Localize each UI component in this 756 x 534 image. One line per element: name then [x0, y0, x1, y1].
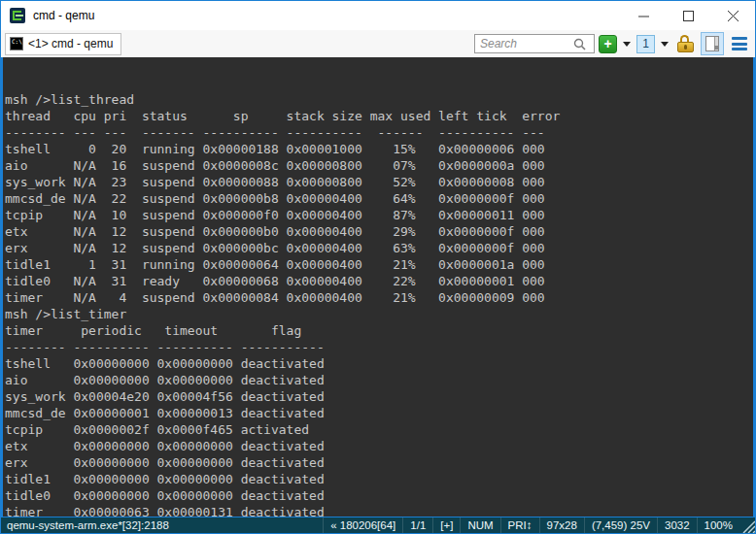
terminal-line: -------- --- --- ------- ---------- ----…: [5, 124, 753, 141]
tab-cmd-qemu[interactable]: C:\ <1> cmd - qemu: [5, 33, 121, 55]
close-icon: [728, 11, 739, 21]
status-segments: « 180206[64]1/1[+]NUMPRI↕97x28(7,459) 25…: [323, 517, 739, 533]
panel-icon: [705, 36, 719, 51]
terminal-line: tidle1 0x00000000 0x00000000 deactivated: [5, 471, 753, 487]
panel-toggle-button[interactable]: [701, 32, 724, 55]
search-input[interactable]: [480, 37, 573, 50]
status-segment[interactable]: NUM: [460, 517, 499, 533]
tab-label: <1> cmd - qemu: [28, 37, 113, 50]
terminal-line: tshell 0 20 running 0x00000188 0x0000100…: [5, 141, 753, 157]
terminal-line: aio N/A 16 suspend 0x0000008c 0x00000800…: [5, 157, 753, 174]
terminal-line: timer periodic timeout flag: [5, 322, 753, 339]
terminal-line: erx 0x00000000 0x00000000 deactivated: [5, 454, 753, 471]
terminal-line: timer N/A 4 suspend 0x00000084 0x0000040…: [5, 289, 753, 306]
status-segment[interactable]: 100%: [697, 517, 739, 533]
cmd-prompt-icon: C:\: [10, 37, 23, 50]
terminal-line: etx N/A 12 suspend 0x000000b0 0x00000400…: [5, 223, 753, 240]
search-box: [474, 34, 595, 53]
minimize-icon: [638, 11, 649, 21]
status-segment[interactable]: 3032: [657, 517, 697, 533]
terminal-line: -------- ---------- ---------- ---------…: [5, 339, 753, 355]
maximize-button[interactable]: [666, 1, 710, 30]
console-number-button[interactable]: 1: [636, 35, 655, 53]
terminal-line: tcpip N/A 10 suspend 0x000000f0 0x000004…: [5, 207, 753, 223]
terminal-line: tshell 0x00000000 0x00000000 deactivated: [5, 355, 753, 372]
close-button[interactable]: [710, 1, 755, 30]
active-process-label: qemu-system-arm.exe*[32]:2188: [1, 519, 169, 531]
terminal-line: thread cpu pri status sp stack size max …: [5, 108, 753, 124]
terminal-line: tcpip 0x0000002f 0x0000f465 activated: [5, 421, 753, 438]
title-bar: cmd - qemu: [1, 1, 755, 30]
conemu-app-icon: [10, 8, 25, 23]
terminal-lines: msh />list_threadthread cpu pri status s…: [5, 91, 753, 517]
terminal-line: erx N/A 12 suspend 0x000000bc 0x00000400…: [5, 240, 753, 256]
status-segment[interactable]: [+]: [432, 517, 460, 533]
window-title: cmd - qemu: [33, 9, 94, 22]
terminal-line: msh />list_timer: [5, 306, 753, 322]
status-segment[interactable]: « 180206[64]: [323, 517, 402, 533]
panel-icon-knob: [714, 46, 718, 50]
terminal-line: sys_work N/A 23 suspend 0x00000088 0x000…: [5, 174, 753, 190]
tab-bar: C:\ <1> cmd - qemu + 1: [1, 30, 755, 57]
status-bar: qemu-system-arm.exe*[32]:2188 « 180206[6…: [1, 517, 755, 533]
conemu-window: cmd - qemu C:\ <1> cmd: [0, 0, 756, 534]
new-console-dropdown-caret[interactable]: [623, 42, 631, 47]
tabbar-toolbar: + 1: [474, 32, 755, 55]
status-segment[interactable]: 1/1: [402, 517, 432, 533]
terminal-line: msh />list_thread: [5, 91, 753, 108]
menu-hamburger-icon[interactable]: [732, 37, 747, 50]
terminal-line: tidle0 0x00000000 0x00000000 deactivated: [5, 487, 753, 504]
terminal-line: mmcsd_de N/A 22 suspend 0x000000b8 0x000…: [5, 190, 753, 207]
maximize-icon: [683, 11, 694, 21]
lock-keyhole: [684, 45, 687, 50]
terminal-line: aio 0x00000000 0x00000000 deactivated: [5, 372, 753, 388]
terminal-output[interactable]: msh />list_threadthread cpu pri status s…: [1, 57, 755, 517]
terminal-line: etx 0x00000000 0x00000000 deactivated: [5, 438, 753, 454]
terminal-line: tidle0 N/A 31 ready 0x00000068 0x0000040…: [5, 273, 753, 289]
terminal-line: sys_work 0x00004e20 0x00004f56 deactivat…: [5, 388, 753, 405]
search-icon: [573, 38, 586, 50]
resize-grip[interactable]: [739, 517, 755, 533]
hamburger-bar: [732, 48, 747, 50]
terminal-line: tidle1 1 31 running 0x00000064 0x0000040…: [5, 256, 753, 273]
new-console-button[interactable]: +: [599, 35, 617, 53]
status-segment[interactable]: PRI↕: [500, 517, 539, 533]
window-controls: [621, 1, 755, 30]
terminal-line: timer 0x00000063 0x00000131 deactivated: [5, 504, 753, 517]
minimize-button[interactable]: [621, 1, 666, 30]
lock-icon[interactable]: [677, 35, 694, 52]
terminal-line: mmcsd_de 0x00000001 0x00000013 deactivat…: [5, 405, 753, 421]
status-segment[interactable]: 97x28: [539, 517, 584, 533]
status-segment[interactable]: (7,459) 25V: [584, 517, 657, 533]
conemu-logo-dash: [16, 15, 23, 17]
hamburger-bar: [732, 43, 747, 46]
console-list-dropdown-caret[interactable]: [661, 42, 669, 47]
hamburger-bar: [732, 37, 747, 40]
